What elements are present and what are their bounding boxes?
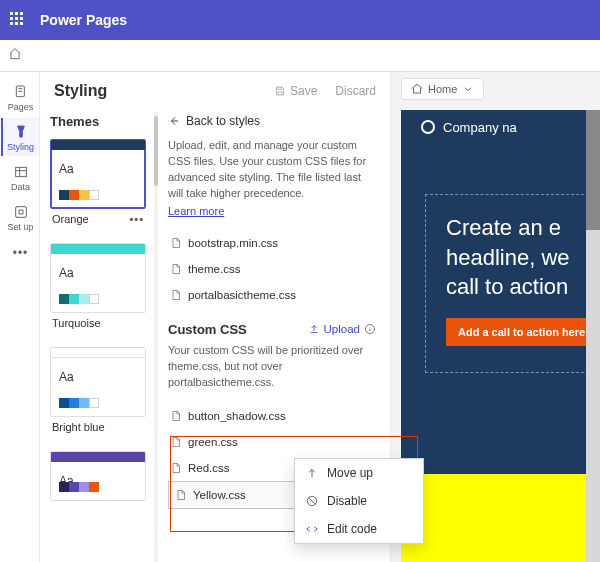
- home-icon[interactable]: [8, 47, 22, 64]
- app-bar: Power Pages: [0, 0, 600, 40]
- back-arrow-icon: [168, 115, 180, 127]
- command-bar: [0, 40, 600, 72]
- arrow-up-icon: [305, 466, 319, 480]
- menu-edit-code[interactable]: Edit code: [295, 515, 423, 543]
- back-to-styles-link[interactable]: Back to styles: [168, 114, 376, 128]
- site-header: Company na: [401, 110, 600, 144]
- file-icon: [170, 236, 182, 250]
- learn-more-link[interactable]: Learn more: [168, 205, 224, 217]
- hero-cta-button[interactable]: Add a call to action here: [446, 318, 597, 346]
- hero-headline[interactable]: Create an e headline, we call to action: [446, 213, 600, 302]
- theme-card[interactable]: Aa Bright blue: [50, 347, 146, 433]
- panel-actions: Save Discard: [274, 84, 376, 98]
- themes-column: Themes Aa Orange ••• Aa Turquoise Aa Bri…: [40, 106, 154, 562]
- preview-scrollbar[interactable]: [586, 110, 600, 562]
- rail-label: Styling: [7, 142, 34, 152]
- file-icon: [170, 262, 182, 276]
- breadcrumb-home[interactable]: Home: [401, 78, 484, 100]
- home-icon: [410, 82, 424, 96]
- custom-css-help: Your custom CSS will be prioritized over…: [168, 343, 376, 391]
- file-name: button_shadow.css: [188, 410, 286, 422]
- site-logo-icon: [421, 120, 435, 134]
- css-help-text: Upload, edit, and manage your custom CSS…: [168, 138, 376, 202]
- themes-title: Themes: [50, 114, 146, 129]
- panel-title: Styling: [54, 82, 107, 100]
- svg-rect-1: [15, 167, 26, 176]
- file-name: theme.css: [188, 263, 240, 275]
- rail-item-data[interactable]: Data: [1, 158, 39, 196]
- theme-name: Bright blue: [52, 421, 105, 433]
- left-rail: Pages Styling Data Set up •••: [0, 72, 40, 562]
- main-area: Pages Styling Data Set up ••• Styling: [0, 72, 600, 562]
- file-name: bootstrap.min.css: [188, 237, 278, 249]
- custom-css-title: Custom CSS: [168, 322, 247, 337]
- chevron-down-icon: [461, 82, 475, 96]
- css-file-row[interactable]: green.css: [168, 429, 376, 455]
- app-launcher-icon[interactable]: [10, 12, 26, 28]
- disable-icon: [305, 494, 319, 508]
- theme-card[interactable]: Aa Turquoise: [50, 243, 146, 329]
- save-icon: [274, 85, 286, 97]
- upload-button[interactable]: Upload: [308, 323, 376, 335]
- system-css-list: bootstrap.min.csstheme.cssportalbasicthe…: [168, 230, 376, 308]
- rail-label: Pages: [8, 102, 34, 112]
- panel-header: Styling Save Discard: [40, 72, 390, 106]
- css-file-row[interactable]: button_shadow.css: [168, 403, 376, 429]
- discard-button[interactable]: Discard: [335, 84, 376, 98]
- file-name: Yellow.css: [193, 489, 246, 501]
- rail-item-more[interactable]: •••: [1, 238, 39, 268]
- file-icon: [170, 435, 182, 449]
- rail-item-styling[interactable]: Styling: [1, 118, 39, 156]
- css-file-row[interactable]: portalbasictheme.css: [168, 282, 376, 308]
- theme-card[interactable]: Aa: [50, 451, 146, 501]
- css-file-row[interactable]: theme.css: [168, 256, 376, 282]
- app-title: Power Pages: [40, 12, 127, 28]
- theme-name: Turquoise: [52, 317, 101, 329]
- menu-disable[interactable]: Disable: [295, 487, 423, 515]
- info-icon: [364, 323, 376, 335]
- theme-more-button[interactable]: •••: [129, 213, 144, 225]
- file-name: Red.css: [188, 462, 230, 474]
- file-icon: [170, 409, 182, 423]
- rail-item-pages[interactable]: Pages: [1, 78, 39, 116]
- site-name: Company na: [443, 120, 517, 135]
- svg-rect-2: [15, 207, 26, 218]
- preview-yellow-section: [401, 474, 600, 562]
- menu-move-up[interactable]: Move up: [295, 459, 423, 487]
- file-name: portalbasictheme.css: [188, 289, 296, 301]
- rail-item-setup[interactable]: Set up: [1, 198, 39, 236]
- file-icon: [175, 488, 187, 502]
- theme-card[interactable]: Aa Orange •••: [50, 139, 146, 225]
- site-preview: Company na Create an e headline, we call…: [401, 110, 600, 562]
- rail-label: Set up: [7, 222, 33, 232]
- css-file-row[interactable]: bootstrap.min.css: [168, 230, 376, 256]
- rail-label: Data: [11, 182, 30, 192]
- file-icon: [170, 461, 182, 475]
- upload-icon: [308, 323, 320, 335]
- code-icon: [305, 522, 319, 536]
- save-button[interactable]: Save: [274, 84, 317, 98]
- ellipsis-icon: •••: [13, 246, 29, 260]
- file-name: green.css: [188, 436, 238, 448]
- theme-name: Orange: [52, 213, 89, 225]
- file-icon: [170, 288, 182, 302]
- file-context-menu: Move up Disable Edit code: [294, 458, 424, 544]
- hero-section[interactable]: Create an e headline, we call to action …: [425, 194, 600, 373]
